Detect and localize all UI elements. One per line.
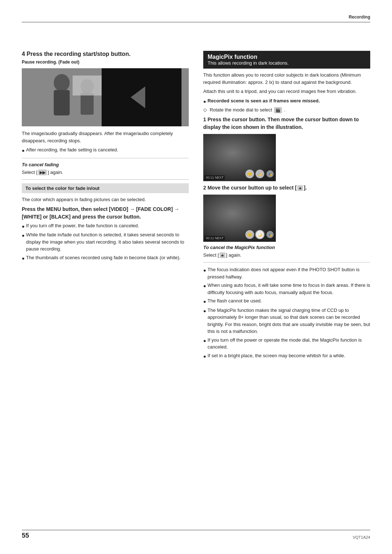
cancel-icon: ▶▶ xyxy=(38,170,47,176)
menu-bullet1: ● If you turn off the power, the fade fu… xyxy=(22,222,189,230)
step2-timer: 00:11 NEXT xyxy=(205,236,225,240)
menu-bullet2: ● While the fade in/fade out function is… xyxy=(22,231,189,253)
menu-bullet3: ● The thumbnails of scenes recorded usin… xyxy=(22,254,189,262)
rule1 xyxy=(22,158,189,158)
top-rule xyxy=(22,22,370,23)
svg-rect-6 xyxy=(73,76,102,95)
svg-text:🙂: 🙂 xyxy=(248,232,252,237)
svg-rect-3 xyxy=(54,90,70,115)
doc-code: VQT1A24 xyxy=(353,535,370,539)
svg-text:🎭: 🎭 xyxy=(268,172,273,176)
pause-label: Pause recording. (Fade out) xyxy=(22,60,189,65)
magicpix-desc2: Attach this unit to a tripod, and you ca… xyxy=(203,88,370,95)
note-bullet-2: ● The flash cannot be used. xyxy=(203,297,370,305)
magicpix-desc1: This function allows you to record color… xyxy=(203,72,370,86)
magicpix-sub-title: This allows recording in dark locations. xyxy=(208,60,366,66)
magicpix-main-title: MagicPix function xyxy=(208,54,366,60)
cancel-magicpix-text: Select [♣] again. xyxy=(203,252,370,259)
step1-camera-image: 🙂 🌙 🎭 00:11 NEXT xyxy=(203,134,276,181)
fade-description: The image/audio gradually disappears. Af… xyxy=(22,130,189,144)
header-label: Recording xyxy=(349,15,370,20)
note-bullet-4: ● If you turn off the power or operate t… xyxy=(203,337,370,351)
right-column: MagicPix function This allows recording … xyxy=(203,51,370,361)
note-bullet-5: ● If set in a bright place, the screen m… xyxy=(203,352,370,360)
fade-bullet1: ● After recording, the fade setting is c… xyxy=(22,146,189,154)
cancel-magicpix-icon: ♣ xyxy=(220,252,225,258)
svg-text:🙂: 🙂 xyxy=(248,172,252,176)
footer: 55 VQT1A24 xyxy=(22,532,370,539)
step2-camera-image: 🙂 🌙 🎭 00:11 NEXT xyxy=(203,195,276,242)
select-color-box: To select the color for fade in/out xyxy=(22,183,189,193)
magicpix-bullet-frames: ● Recorded scene is seen as if frames we… xyxy=(203,97,370,105)
diamond-icon: ◇ xyxy=(203,106,207,114)
svg-point-2 xyxy=(54,74,70,91)
left-column: 4 Press the recording start/stop button.… xyxy=(22,51,189,361)
step1-heading: 1 Press the cursor button. Then move the… xyxy=(203,116,370,131)
cancel-magicpix-heading: To cancel the MagicPix function xyxy=(203,245,370,250)
cancel-fading-heading: To cancel fading xyxy=(22,162,189,167)
rotate-text: ◇ Rotate the mode dial to select 🎬 . xyxy=(203,106,370,114)
step4-title: 4 Press the recording start/stop button. xyxy=(22,51,189,57)
step2-heading: 2 Move the cursor button up to select [♣… xyxy=(203,184,370,192)
magicpix-box: MagicPix function This allows recording … xyxy=(203,51,370,69)
svg-text:🌙: 🌙 xyxy=(258,232,262,237)
note-bullet-3: ● The MagicPix function makes the signal… xyxy=(203,307,370,335)
fade-image xyxy=(22,68,189,126)
rotate-icon: 🎬 xyxy=(274,107,282,113)
cancel-fading-text: Select [▶▶] again. xyxy=(22,169,189,176)
bottom-rule xyxy=(22,530,370,530)
page-number: 55 xyxy=(22,532,29,539)
step1-timer: 00:11 NEXT xyxy=(205,175,225,180)
note-bullet-0: ● The focus indication does not appear e… xyxy=(203,266,370,280)
select-color-desc: The color which appears in fading pictur… xyxy=(22,196,189,203)
menu-heading: Press the MENU button, then select [VIDE… xyxy=(22,205,189,221)
step2-icons-svg: 🙂 🌙 🎭 xyxy=(245,229,274,240)
fade-svg xyxy=(22,68,189,126)
svg-rect-5 xyxy=(81,93,94,115)
right-rule xyxy=(203,262,370,262)
rule2 xyxy=(22,179,189,180)
step1-icons-svg: 🙂 🌙 🎭 xyxy=(245,169,274,179)
step2-icon: ♣ xyxy=(297,185,303,191)
note-bullet-1: ● When using auto focus, it will take so… xyxy=(203,282,370,296)
svg-text:🌙: 🌙 xyxy=(258,172,262,176)
svg-text:🎭: 🎭 xyxy=(268,233,273,237)
